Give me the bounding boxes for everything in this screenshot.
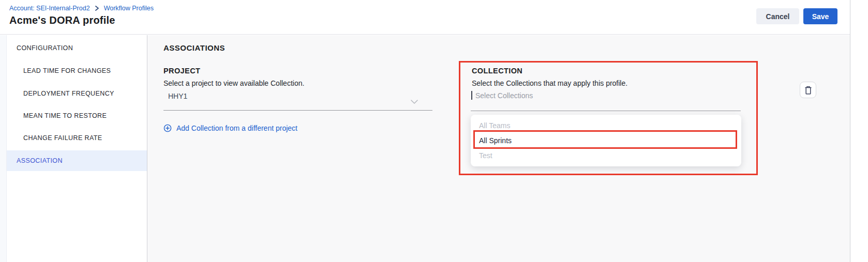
collection-input-placeholder: Select Collections — [475, 91, 533, 100]
profile-section-nav: CONFIGURATION LEAD TIME FOR CHANGES DEPL… — [7, 35, 147, 262]
breadcrumb: Account: SEI-Internal-Prod2 Workflow Pro… — [9, 5, 154, 12]
workflow-profile-page: Account: SEI-Internal-Prod2 Workflow Pro… — [0, 0, 868, 262]
option-all-sprints[interactable]: All Sprints — [471, 133, 741, 148]
sidebar-item-change-failure-rate[interactable]: CHANGE FAILURE RATE — [7, 128, 147, 148]
breadcrumb-workflow-profiles-link[interactable]: Workflow Profiles — [104, 5, 154, 12]
option-test[interactable]: Test — [471, 148, 741, 163]
add-collection-link-label: Add Collection from a different project — [176, 124, 297, 132]
associations-section-title: ASSOCIATIONS — [163, 43, 225, 52]
sidebar-item-mean-time-to-restore[interactable]: MEAN TIME TO RESTORE — [7, 105, 147, 126]
sidebar-item-association[interactable]: ASSOCIATION — [7, 150, 147, 171]
collection-input-underline — [471, 111, 741, 111]
page-title: Acme's DORA profile — [9, 14, 115, 26]
save-button[interactable]: Save — [803, 8, 837, 24]
project-heading: PROJECT — [163, 67, 200, 75]
collection-heading: COLLECTION — [472, 67, 522, 75]
associations-panel: ASSOCIATIONS PROJECT Select a project to… — [148, 35, 850, 262]
chevron-down-icon[interactable] — [411, 97, 418, 106]
trash-icon — [804, 86, 812, 95]
left-rail — [0, 35, 7, 262]
project-select[interactable]: HHY1 — [168, 92, 187, 100]
page-header: Account: SEI-Internal-Prod2 Workflow Pro… — [0, 0, 850, 35]
option-all-teams[interactable]: All Teams — [471, 118, 741, 133]
scroll-gutter[interactable] — [850, 0, 868, 262]
breadcrumb-account-link[interactable]: Account: SEI-Internal-Prod2 — [9, 5, 90, 12]
collection-description: Select the Collections that may apply th… — [472, 79, 627, 87]
text-caret — [471, 91, 472, 100]
sidebar-item-deployment-frequency[interactable]: DEPLOYMENT FREQUENCY — [7, 83, 147, 104]
sidebar-item-lead-time-for-changes[interactable]: LEAD TIME FOR CHANGES — [7, 60, 147, 81]
sidebar-item-configuration[interactable]: CONFIGURATION — [7, 38, 147, 58]
chevron-right-icon — [95, 6, 99, 11]
collection-options-dropdown: All Teams All Sprints Test — [471, 115, 741, 166]
collection-select-input[interactable]: Select Collections — [471, 91, 533, 100]
project-select-underline — [163, 110, 432, 111]
plus-circle-icon — [163, 124, 172, 132]
delete-association-button[interactable] — [800, 82, 816, 98]
project-description: Select a project to view available Colle… — [163, 79, 304, 87]
cancel-button[interactable]: Cancel — [756, 8, 799, 24]
add-collection-link[interactable]: Add Collection from a different project — [163, 124, 297, 132]
